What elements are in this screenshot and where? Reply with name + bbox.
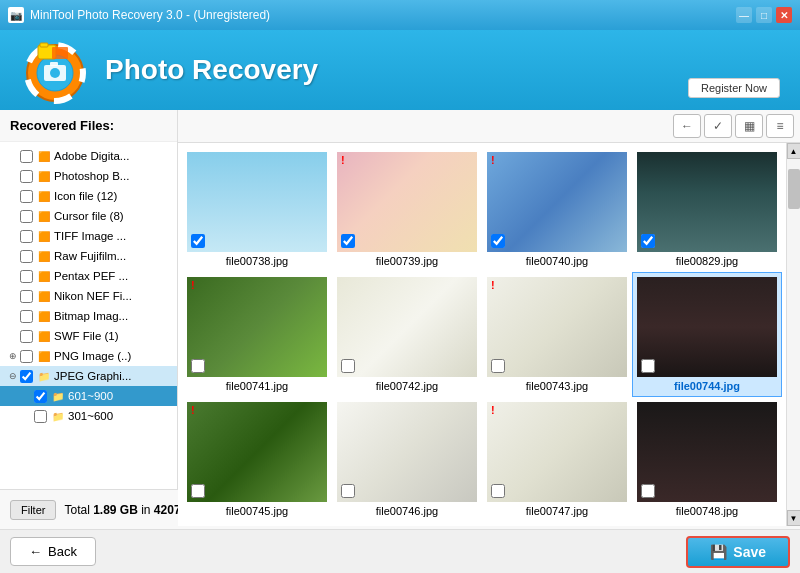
- image-cell-img4[interactable]: file00829.jpg: [632, 147, 782, 272]
- tree-checkbox-jpeg[interactable]: [20, 370, 33, 383]
- error-indicator-img5: !: [191, 279, 195, 291]
- tree-checkbox-photoshop[interactable]: [20, 170, 33, 183]
- image-checkbox-img8[interactable]: [641, 359, 655, 373]
- register-button[interactable]: Register Now: [688, 78, 780, 98]
- image-checkbox-img5[interactable]: [191, 359, 205, 373]
- title-bar: 📷 MiniTool Photo Recovery 3.0 - (Unregis…: [0, 0, 800, 30]
- image-wrapper-img1: [187, 152, 327, 252]
- image-cell-img10[interactable]: file00746.jpg: [332, 397, 482, 522]
- tree-checkbox-nikon[interactable]: [20, 290, 33, 303]
- image-wrapper-img6: [337, 277, 477, 377]
- tree-label-range1: 601~900: [68, 390, 113, 402]
- image-cell-img9[interactable]: !file00745.jpg: [182, 397, 332, 522]
- image-cell-img7[interactable]: !file00743.jpg: [482, 272, 632, 397]
- image-cell-img5[interactable]: !file00741.jpg: [182, 272, 332, 397]
- image-checkbox-img11[interactable]: [491, 484, 505, 498]
- tree-item-swf[interactable]: 🟧 SWF File (1): [0, 326, 177, 346]
- app-title: Photo Recovery: [105, 54, 318, 86]
- tree-item-adobe[interactable]: 🟧 Adobe Digita...: [0, 146, 177, 166]
- back-nav-button[interactable]: ←: [673, 114, 701, 138]
- tree-label-bitmap: Bitmap Imag...: [54, 310, 128, 322]
- tree-item-range1[interactable]: 📁 601~900: [0, 386, 177, 406]
- maximize-button[interactable]: □: [756, 7, 772, 23]
- back-arrow-icon: ←: [29, 544, 42, 559]
- tree-checkbox-png[interactable]: [20, 350, 33, 363]
- image-checkbox-img9[interactable]: [191, 484, 205, 498]
- image-name-img1: file00738.jpg: [187, 255, 327, 267]
- tree-checkbox-range2[interactable]: [34, 410, 47, 423]
- image-checkbox-img1[interactable]: [191, 234, 205, 248]
- scroll-down-button[interactable]: ▼: [787, 510, 801, 526]
- tree-checkbox-range1[interactable]: [34, 390, 47, 403]
- tree-checkbox-raw[interactable]: [20, 250, 33, 263]
- image-cell-img2[interactable]: !file00739.jpg: [332, 147, 482, 272]
- tree-area[interactable]: 🟧 Adobe Digita... 🟧 Photoshop B... 🟧 Ico…: [0, 142, 177, 489]
- tree-label-swf: SWF File (1): [54, 330, 119, 342]
- tree-checkbox-icon[interactable]: [20, 190, 33, 203]
- save-button[interactable]: 💾 Save: [686, 536, 790, 568]
- file-icon: 🟧: [37, 329, 51, 343]
- image-grid: file00738.jpg!file00739.jpg!file00740.jp…: [178, 143, 786, 526]
- image-wrapper-img8: [637, 277, 777, 377]
- image-checkbox-img3[interactable]: [491, 234, 505, 248]
- scrollbar[interactable]: ▲ ▼: [786, 143, 800, 526]
- grid-view-button[interactable]: ▦: [735, 114, 763, 138]
- minimize-button[interactable]: —: [736, 7, 752, 23]
- tree-item-pentax[interactable]: 🟧 Pentax PEF ...: [0, 266, 177, 286]
- tree-checkbox-tiff[interactable]: [20, 230, 33, 243]
- image-checkbox-img4[interactable]: [641, 234, 655, 248]
- image-cell-img6[interactable]: file00742.jpg: [332, 272, 482, 397]
- folder-icon: 📁: [37, 369, 51, 383]
- tree-checkbox-cursor[interactable]: [20, 210, 33, 223]
- tree-item-cursor[interactable]: 🟧 Cursor file (8): [0, 206, 177, 226]
- tree-checkbox-pentax[interactable]: [20, 270, 33, 283]
- tree-item-icon[interactable]: 🟧 Icon file (12): [0, 186, 177, 206]
- close-button[interactable]: ✕: [776, 7, 792, 23]
- tree-checkbox-swf[interactable]: [20, 330, 33, 343]
- tree-label-jpeg: JPEG Graphi...: [54, 370, 131, 382]
- image-cell-img11[interactable]: !file00747.jpg: [482, 397, 632, 522]
- expand-icon-jpeg[interactable]: ⊖: [6, 369, 20, 383]
- list-view-button[interactable]: ≡: [766, 114, 794, 138]
- check-all-button[interactable]: ✓: [704, 114, 732, 138]
- total-label: Total: [64, 503, 93, 517]
- back-button[interactable]: ← Back: [10, 537, 96, 566]
- file-icon: 🟧: [37, 349, 51, 363]
- image-cell-img3[interactable]: !file00740.jpg: [482, 147, 632, 272]
- expand-icon: [6, 189, 20, 203]
- tree-item-bitmap[interactable]: 🟧 Bitmap Imag...: [0, 306, 177, 326]
- tree-checkbox-bitmap[interactable]: [20, 310, 33, 323]
- tree-item-png[interactable]: ⊕ 🟧 PNG Image (..): [0, 346, 177, 366]
- expand-icon: [6, 269, 20, 283]
- tree-item-photoshop[interactable]: 🟧 Photoshop B...: [0, 166, 177, 186]
- right-panel: ← ✓ ▦ ≡ file00738.jpg!file00739.jpg!file…: [178, 110, 800, 489]
- file-icon: 🟧: [37, 309, 51, 323]
- filter-button[interactable]: Filter: [10, 500, 56, 520]
- tree-item-nikon[interactable]: 🟧 Nikon NEF Fi...: [0, 286, 177, 306]
- scroll-track[interactable]: [787, 159, 801, 510]
- image-checkbox-img7[interactable]: [491, 359, 505, 373]
- tree-item-range2[interactable]: 📁 301~600: [0, 406, 177, 426]
- svg-rect-7: [40, 43, 48, 47]
- image-name-img7: file00743.jpg: [487, 380, 627, 392]
- tree-item-tiff[interactable]: 🟧 TIFF Image ...: [0, 226, 177, 246]
- expand-icon-png[interactable]: ⊕: [6, 349, 20, 363]
- title-bar-text: MiniTool Photo Recovery 3.0 - (Unregiste…: [30, 8, 736, 22]
- image-cell-img8[interactable]: file00744.jpg: [632, 272, 782, 397]
- expand-icon: [6, 329, 20, 343]
- scroll-up-button[interactable]: ▲: [787, 143, 801, 159]
- image-checkbox-img2[interactable]: [341, 234, 355, 248]
- image-wrapper-img3: !: [487, 152, 627, 252]
- image-name-img9: file00745.jpg: [187, 505, 327, 517]
- tree-item-raw[interactable]: 🟧 Raw Fujifilm...: [0, 246, 177, 266]
- image-checkbox-img6[interactable]: [341, 359, 355, 373]
- tree-checkbox-adobe[interactable]: [20, 150, 33, 163]
- image-checkbox-img12[interactable]: [641, 484, 655, 498]
- tree-item-jpeg[interactable]: ⊖ 📁 JPEG Graphi...: [0, 366, 177, 386]
- scroll-thumb[interactable]: [788, 169, 800, 209]
- bottom-bar: ← Back 💾 Save: [0, 529, 800, 573]
- image-cell-img12[interactable]: file00748.jpg: [632, 397, 782, 522]
- image-cell-img1[interactable]: file00738.jpg: [182, 147, 332, 272]
- expand-icon-range2: [20, 409, 34, 423]
- image-checkbox-img10[interactable]: [341, 484, 355, 498]
